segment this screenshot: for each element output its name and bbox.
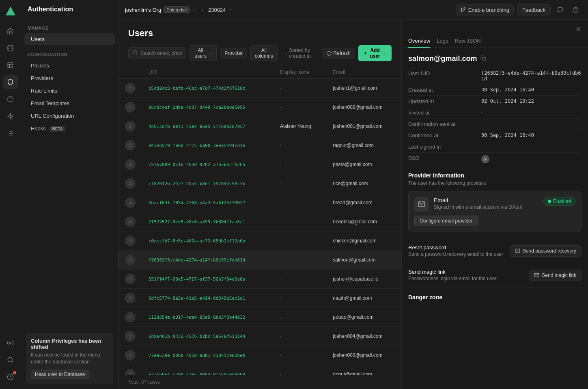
avatar: [125, 350, 136, 361]
nav-home-icon[interactable]: [3, 24, 18, 38]
app-title: Authentication: [21, 0, 118, 19]
info-created-row: Created at 30 Sep, 2024 16:40: [408, 84, 582, 96]
nav-hooks[interactable]: Hooks BETA: [24, 123, 115, 134]
table-row[interactable]: 4c01cd7b-eef3-43a4-a6a5-5776ad2679c7Alai…: [118, 117, 401, 136]
nav-database-icon[interactable]: [3, 41, 18, 55]
svg-point-24: [134, 51, 137, 54]
nav-logs-icon[interactable]: [3, 126, 18, 140]
head-over-database-button[interactable]: Head over to Database: [31, 370, 89, 379]
nav-url-config[interactable]: URL Configuration: [24, 110, 115, 122]
display-name-cell: -: [274, 193, 326, 212]
avatar-cell: [118, 79, 142, 98]
email-cell: joshen003@gmail.com: [326, 346, 401, 365]
uid-cell: f26382f3-e4de-4274-a14f-b0e39cfdb61d: [142, 251, 274, 270]
table-row[interactable]: 6b9e461b-b432-4576-b2bc-5a546f613144-jos…: [118, 327, 401, 346]
table-row[interactable]: c182012b-2427-40a5-b8ef-f57843c59c3b-ric…: [118, 174, 401, 193]
svg-rect-2: [8, 63, 13, 68]
col-uid[interactable]: UID: [142, 66, 274, 79]
send-magic-link-button[interactable]: Send magic link: [529, 270, 582, 281]
confirm-sent-label: Confirmation sent at: [408, 121, 481, 127]
add-user-chevron-icon: [383, 51, 386, 56]
refresh-icon: [326, 51, 332, 56]
configure-email-provider-button[interactable]: Configure email provider: [414, 216, 478, 226]
branch-icon: [460, 7, 466, 13]
uid-cell: 112d354e-b017-4ea4-83e9-9bb3f3b44932: [142, 308, 274, 327]
messages-icon-button[interactable]: [554, 4, 566, 16]
col-email[interactable]: Email: [326, 66, 401, 79]
branch-chevron-icon[interactable]: [228, 7, 233, 12]
separator: /: [202, 7, 203, 13]
nav-providers[interactable]: Providers: [24, 72, 115, 84]
table-row[interactable]: c9767089-0c1b-4630-9282-a7b7b62f62b5-pas…: [118, 155, 401, 174]
org-chevron-icon[interactable]: [192, 7, 197, 12]
tab-raw-json[interactable]: Raw JSON: [454, 35, 480, 48]
table-row[interactable]: 943eb579-fe60-4f75-ba00-3eea5494cd1e-rag…: [118, 136, 401, 155]
invited-label: Invited at: [408, 110, 481, 116]
uid-cell: 6b9e461b-b432-4576-b2bc-5a546f613144: [142, 327, 274, 346]
provider-filter[interactable]: Provider: [220, 48, 247, 58]
table-row[interactable]: 2f574527-9cb5-48c0-a499-7b88411aa5c1-noo…: [118, 212, 401, 231]
col-display[interactable]: Display name: [274, 66, 326, 79]
nav-auth-icon[interactable]: [3, 75, 18, 89]
avatar-cell: [118, 212, 142, 231]
all-users-filter[interactable]: All users: [190, 45, 217, 61]
avatar-cell: [118, 327, 142, 346]
table-row[interactable]: 77ea538e-000b-4850-a8b1-c1875c960be0-jos…: [118, 346, 401, 365]
enable-branching-button[interactable]: Enable branching: [456, 4, 514, 15]
all-columns-filter[interactable]: All columns: [250, 45, 278, 61]
search-box[interactable]: [128, 47, 186, 59]
table-row[interactable]: 351ff4f7-69a5-4727-af37-56b3f84e0a8a-jos…: [118, 270, 401, 289]
display-name-cell: -: [274, 136, 326, 155]
nav-storage-icon[interactable]: [3, 92, 18, 106]
confirm-sent-value: -: [481, 121, 483, 127]
sso-value: ✕: [481, 155, 489, 163]
nav-search-icon[interactable]: [3, 352, 18, 367]
action-section: Reset password Send a password recovery …: [402, 239, 588, 294]
svg-point-39: [129, 315, 131, 317]
email-cell: joshen@supabase.io: [326, 270, 401, 289]
right-panel: ✕ Overview Logs Raw JSON salmon@gmail.co…: [401, 20, 588, 389]
app-logo[interactable]: [4, 5, 17, 18]
table-row[interactable]: 112d354e-b017-4ea4-83e9-9bb3f3b44932-pot…: [118, 308, 401, 327]
danger-section: Danger zone: [402, 294, 588, 302]
email-cell: pasta@gmail.com: [326, 155, 401, 174]
nav-settings-icon[interactable]: [3, 335, 18, 350]
avatar: [125, 159, 136, 170]
svg-marker-0: [6, 6, 15, 15]
uid-cell: a73550e1-c290-47e5-898d-0f169ce59d09: [142, 365, 274, 375]
copy-email-icon[interactable]: [480, 55, 486, 62]
search-input[interactable]: [140, 50, 182, 56]
table-row[interactable]: c0accfd7-8e5c-462a-ac72-65db2ef12a6a-chi…: [118, 231, 401, 251]
refresh-button[interactable]: Refresh: [322, 48, 355, 58]
send-password-recovery-button[interactable]: Send password recovery: [510, 245, 582, 257]
enterprise-badge: Enterprise: [164, 6, 190, 13]
table-row[interactable]: a73550e1-c290-47e5-898d-0f169ce59d09-don…: [118, 365, 401, 375]
add-user-button[interactable]: + Add user: [358, 45, 392, 61]
table-wrapper: UID Display name Email b5cd2cc3-befb-46b…: [118, 66, 401, 375]
table-row[interactable]: b5cd2cc3-befb-46bc-a7e7-474d3f87610c-jos…: [118, 79, 401, 98]
updated-value: 02 Oct, 2024 19:22: [481, 98, 534, 104]
created-label: Created at: [408, 87, 481, 93]
svg-point-1: [8, 45, 13, 47]
help-icon-button[interactable]: [569, 4, 582, 16]
nav-users[interactable]: Users: [24, 33, 115, 45]
table-row[interactable]: 5bacf63f-7854-4268-a4a3-5a6126f70027-bre…: [118, 193, 401, 212]
table-footer: Total: 37 users: [118, 375, 401, 389]
provider-sub: Signed in with a email account via OAuth: [434, 204, 543, 210]
provider-card: Email Signed in with a email account via…: [408, 191, 582, 232]
sso-label: SSO: [408, 155, 481, 161]
magic-link-icon: [534, 272, 539, 278]
nav-functions-icon[interactable]: [3, 109, 18, 123]
tab-overview[interactable]: Overview: [408, 35, 430, 48]
table-row[interactable]: 98cdc4ef-2dba-4d87-8440-7ca28ede5995-jos…: [118, 98, 401, 117]
nav-policies[interactable]: Policies: [24, 60, 115, 71]
nav-table-icon[interactable]: [3, 58, 18, 72]
table-row[interactable]: 0dfc5774-8a3a-41a5-a414-0d549e5ec1a1-mas…: [118, 289, 401, 308]
table-row[interactable]: f26382f3-e4de-4274-a14f-b0e39cfdb61d-sal…: [118, 251, 401, 270]
tab-logs[interactable]: Logs: [437, 35, 448, 48]
nav-rate-limits[interactable]: Rate Limits: [24, 85, 115, 97]
close-panel-button[interactable]: ✕: [575, 26, 582, 33]
nav-notifications-icon[interactable]: [3, 370, 18, 384]
nav-email-templates[interactable]: Email Templates: [24, 97, 115, 109]
feedback-button[interactable]: Feedback: [517, 4, 551, 15]
